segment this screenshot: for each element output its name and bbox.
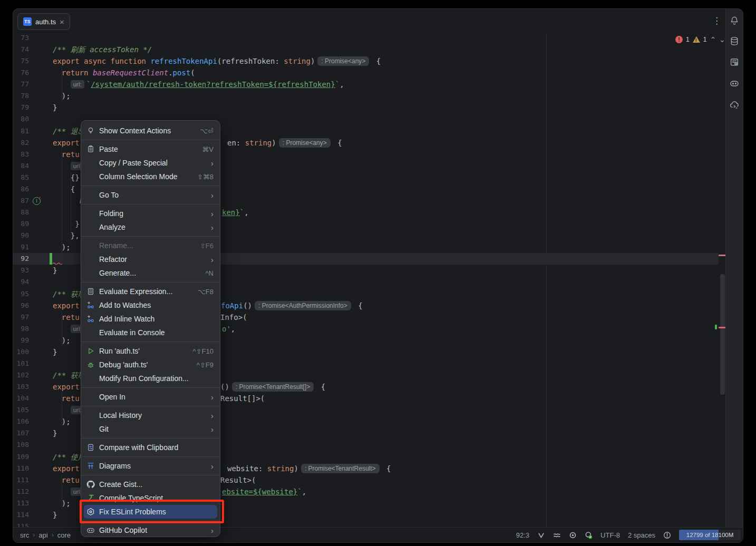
database-icon[interactable] — [730, 36, 739, 46]
menu-item-debug-auth-ts[interactable]: Debug 'auth.ts'^⇧F9 — [81, 358, 220, 372]
menu-item-open-in[interactable]: Open In› — [81, 390, 220, 404]
submenu-arrow-icon: › — [211, 393, 214, 401]
line-number: 106 — [13, 416, 29, 427]
copilot-icon[interactable] — [730, 79, 739, 88]
menu-item-label: Analyze — [99, 223, 205, 231]
code-token: ) — [311, 57, 315, 65]
no-icon — [86, 223, 95, 231]
ring-icon[interactable] — [569, 531, 577, 539]
menu-separator — [81, 404, 220, 408]
code-line: export — [53, 381, 80, 393]
menu-item-modify-run-configuration[interactable]: Modify Run Configuration... — [81, 372, 220, 385]
line-number: 113 — [13, 498, 29, 509]
menu-item-run-auth-ts[interactable]: Run 'auth.ts'^⇧F10 — [81, 344, 220, 358]
menu-item-go-to[interactable]: Go To› — [81, 188, 220, 202]
menu-item-git[interactable]: Git› — [81, 422, 220, 436]
code-token: (refreshToken: — [217, 57, 284, 65]
menu-item-refactor[interactable]: Refactor› — [81, 252, 220, 266]
next-problem-icon[interactable]: ⌄ — [719, 35, 725, 44]
menu-item-folding[interactable]: Folding› — [81, 207, 220, 220]
menu-shortcut: ^⇧F10 — [193, 347, 214, 355]
code-token: export — [53, 139, 80, 147]
menu-item-column-selection-mode[interactable]: Column Selection Mode⇧⌘8 — [81, 170, 220, 183]
error-count-icon: ! — [675, 36, 683, 43]
line-number: 93 — [13, 265, 29, 276]
code-line: export — [53, 463, 80, 474]
stripe-mark-green[interactable] — [715, 325, 717, 329]
right-tool-rail — [725, 9, 743, 529]
menu-item-add-inline-watch[interactable]: Add Inline Watch — [81, 312, 220, 326]
submenu-arrow-icon: › — [211, 526, 214, 534]
no-icon — [86, 393, 95, 401]
indent-style[interactable]: 2 spaces — [628, 531, 655, 539]
breadcrumb-item-src[interactable]: src — [20, 531, 29, 539]
prev-problem-icon[interactable]: ⌃ — [710, 35, 716, 44]
red-highlight-annotation — [80, 500, 224, 523]
menu-separator — [81, 234, 220, 239]
code-line-fragment: website: string): Promise<TenantResult> … — [227, 463, 391, 474]
code-token: post — [173, 69, 191, 77]
menu-item-label: Compare with Clipboard — [99, 443, 214, 452]
menu-separator — [81, 183, 220, 188]
menu-item-label: Add to Watches — [99, 301, 214, 309]
code-token — [53, 487, 71, 496]
file-encoding[interactable]: UTF-8 — [600, 531, 620, 539]
code-line: } — [53, 218, 80, 230]
line-number: 105 — [13, 404, 29, 416]
breadcrumb[interactable]: src›api›core — [20, 531, 71, 539]
memory-indicator[interactable]: 12799 of 18100M — [679, 530, 741, 540]
vertical-scrollbar[interactable] — [720, 274, 725, 395]
code-token: export — [53, 301, 80, 310]
code-token: . — [168, 69, 172, 77]
cloud-code-icon[interactable] — [730, 100, 739, 110]
menu-item-local-history[interactable]: Local History› — [81, 408, 220, 422]
menu-item-github-copilot[interactable]: GitHub Copilot› — [81, 523, 220, 537]
menu-item-show-context-actions[interactable]: Show Context Actions⌥⏎ — [81, 124, 220, 138]
no-icon — [86, 269, 95, 277]
menu-item-generate[interactable]: Generate...^N — [81, 266, 220, 280]
caret-position[interactable]: 92:3 — [516, 531, 529, 539]
menu-item-diagrams[interactable]: Diagrams› — [81, 459, 220, 473]
code-token: o' — [222, 325, 231, 333]
report-icon[interactable] — [730, 57, 739, 67]
calculator-icon — [86, 287, 95, 296]
breadcrumb-item-api[interactable]: api — [38, 531, 47, 539]
menu-item-analyze[interactable]: Analyze› — [81, 220, 220, 234]
line-number: 96 — [13, 300, 29, 311]
menu-item-evaluate-expression[interactable]: Evaluate Expression...⌥F8 — [81, 285, 220, 298]
menu-item-create-gist[interactable]: Create Gist... — [81, 477, 220, 491]
profile-check-icon[interactable] — [585, 531, 593, 539]
line-number: 77 — [13, 79, 29, 90]
code-line-fragment: Info>( — [220, 311, 247, 323]
code-token: { — [53, 185, 75, 193]
menu-item-compare-with-clipboard[interactable]: Compare with Clipboard — [81, 441, 220, 454]
chevron-v-icon[interactable] — [537, 531, 545, 539]
code-token: ` — [335, 80, 340, 89]
tab-auth-ts[interactable]: TS auth.ts × — [17, 13, 70, 30]
code-token: } — [53, 429, 57, 437]
menu-item-label: GitHub Copilot — [99, 526, 205, 534]
menu-item-evaluate-in-console[interactable]: Evaluate in Console — [81, 326, 220, 339]
menu-item-paste[interactable]: Paste⌘V — [81, 142, 220, 156]
code-line: } — [53, 509, 57, 521]
code-line: {}, — [53, 172, 84, 183]
tab-close-icon[interactable]: × — [60, 18, 64, 26]
type-inlay-hint: : Promise<TenantResult> — [301, 464, 380, 473]
code-token: string — [245, 139, 272, 147]
code-line-fragment: en: string): Promise<any> { — [227, 137, 342, 149]
breadcrumb-item-core[interactable]: core — [57, 531, 71, 539]
inspection-highlight-icon[interactable] — [663, 531, 671, 539]
code-line: }, — [53, 230, 80, 241]
menu-item-copy-paste-special[interactable]: Copy / Paste Special› — [81, 156, 220, 170]
github-icon — [86, 480, 95, 489]
no-icon — [86, 255, 95, 264]
menu-item-add-to-watches[interactable]: Add to Watches — [81, 298, 220, 312]
code-token: ebsite=${website} — [222, 487, 297, 496]
watch-add-icon — [86, 315, 95, 323]
bell-icon[interactable] — [730, 16, 739, 25]
no-icon — [86, 159, 95, 167]
menu-shortcut: ^⇧F9 — [197, 361, 214, 369]
more-options-icon[interactable]: ⋮ — [712, 15, 721, 26]
inspections-widget[interactable]: !1!1⌃⌄ — [675, 35, 725, 44]
waves-icon[interactable] — [553, 531, 561, 539]
